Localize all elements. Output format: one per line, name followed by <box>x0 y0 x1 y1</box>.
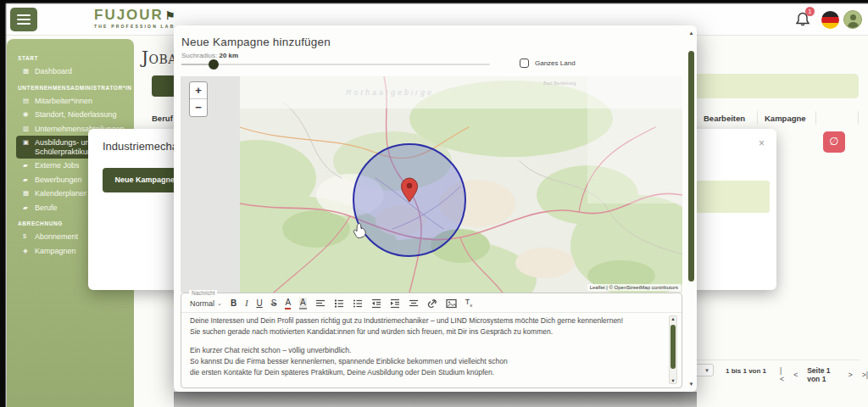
map-attribution: Leaflet | © OpenStreetMap contributors <box>587 284 681 291</box>
highlight-color-button[interactable]: A <box>299 298 307 309</box>
message-line: Sie suchen gerade nach motivierten Kandi… <box>190 327 663 338</box>
applications-icon: ▰ <box>23 176 31 184</box>
screen-edge <box>0 0 868 4</box>
radius-value: 20 km <box>219 52 238 59</box>
message-line <box>190 338 663 346</box>
pagination-range: 1 bis 1 von 1 <box>726 367 766 375</box>
map-tiles: Rothaargebirge Bad Berleburg <box>181 76 682 293</box>
message-line <box>190 379 663 385</box>
pagination-page-label: Seite 1 von 1 <box>807 366 839 383</box>
hamburger-menu-button[interactable] <box>10 8 37 31</box>
sidebar-section-start: START <box>18 55 129 61</box>
image-button[interactable] <box>446 298 457 309</box>
language-flag-button[interactable] <box>821 11 839 29</box>
message-line: die ersten Kontakte für Dein späteres Pr… <box>190 368 663 379</box>
table-footer-divider <box>697 360 860 360</box>
message-text-area[interactable]: Deine Interessen und Dein Profil passen … <box>190 316 663 385</box>
align-left-button[interactable] <box>315 298 326 309</box>
modal-title: Neue Kampagne hinzufügen <box>181 36 331 48</box>
first-page-button[interactable]: |< <box>780 366 784 383</box>
scroll-down-icon[interactable]: ▼ <box>687 382 695 387</box>
whole-country-checkbox[interactable] <box>520 59 529 68</box>
align-left-icon <box>315 298 326 309</box>
text-color-button[interactable]: A <box>285 298 291 309</box>
dropdown-arrow-icon: ▼ <box>704 368 709 373</box>
modal-shadow <box>174 392 697 407</box>
scroll-down-icon[interactable]: ▼ <box>670 378 676 383</box>
ordered-list-button[interactable] <box>334 298 344 309</box>
link-icon <box>427 298 437 309</box>
avatar-person-icon <box>850 14 856 20</box>
strikethrough-button[interactable]: S <box>271 298 277 309</box>
column-header-bearbeiten: Bearbeiten <box>704 114 745 123</box>
radius-slider[interactable] <box>181 64 490 65</box>
close-icon[interactable]: × <box>759 137 765 149</box>
column-header-beruf: Beruf <box>152 114 173 123</box>
sidebar-item-dashboard[interactable]: ▦Dashboard <box>16 64 129 79</box>
zoom-out-button[interactable]: − <box>190 99 207 116</box>
notification-badge: 1 <box>805 7 815 16</box>
chevron-down-icon: ⌄ <box>217 298 222 309</box>
location-icon: ◉ <box>23 110 31 119</box>
whole-country-label: Ganzes Land <box>535 59 576 67</box>
bullet-list-button[interactable] <box>353 298 363 309</box>
new-campaign-modal: Neue Kampagne hinzufügen Suchradius: 20 … <box>174 25 697 392</box>
link-button[interactable] <box>427 298 437 309</box>
screen-edge <box>0 0 7 407</box>
scroll-up-icon[interactable]: ▲ <box>670 316 676 321</box>
departments-icon: ▥ <box>23 125 31 133</box>
sidebar-item-standort[interactable]: ◉Standort, Niederlassung <box>16 108 129 122</box>
subscription-icon: $ <box>23 232 31 241</box>
modal-scrollbar[interactable]: ▲ ▼ <box>687 31 695 387</box>
indent-button[interactable] <box>390 298 400 309</box>
message-line: Ein kurzer Chat reicht schon – völlig un… <box>190 346 663 357</box>
message-fieldset: Nachricht Normal⌄ B I U S A A Tx De <box>181 293 682 388</box>
user-avatar-button[interactable] <box>843 10 862 29</box>
message-line: So kannst Du die Firma besser kennenlern… <box>190 357 663 368</box>
bold-button[interactable]: B <box>231 298 236 309</box>
clear-format-button[interactable]: Tx <box>465 297 473 310</box>
logo-text: FUJOUR <box>94 7 164 23</box>
map-canvas[interactable]: Rothaargebirge Bad Berleburg + − Leaflet… <box>181 76 682 293</box>
calendar-icon: ▦ <box>23 189 31 198</box>
last-page-button[interactable]: >| <box>862 371 868 379</box>
column-divider <box>757 111 758 125</box>
image-icon <box>446 298 457 309</box>
logo-tagline: THE PROFESSION LAB <box>94 24 177 29</box>
ordered-list-icon <box>334 298 344 309</box>
dashboard-icon: ▦ <box>23 67 31 75</box>
italic-button[interactable]: I <box>245 298 248 309</box>
employees-icon: ▤ <box>23 97 31 105</box>
notifications-bell-button[interactable]: 1 <box>793 10 812 29</box>
prev-page-button[interactable]: < <box>793 371 798 379</box>
editor-toolbar: Normal⌄ B I U S A A Tx <box>181 295 682 313</box>
outdent-icon <box>371 298 381 309</box>
scroll-up-icon[interactable]: ▲ <box>687 31 695 36</box>
external-jobs-icon: ▰ <box>23 161 31 170</box>
campaigns-icon: ◈ <box>23 247 31 255</box>
column-divider <box>815 111 816 125</box>
message-line: Deine Interessen und Dein Profil passen … <box>190 316 663 327</box>
editor-scrollbar[interactable]: ▲ ▼ <box>669 315 677 384</box>
logo: FUJOUR⚑ THE PROFESSION LAB <box>94 8 177 29</box>
blocked-icon: ∅ <box>829 135 838 148</box>
align-center-button[interactable] <box>409 298 419 309</box>
next-page-button[interactable]: > <box>849 371 853 379</box>
pagination-nav: |< < Seite 1 von 1 > >| <box>780 366 868 383</box>
modal-scrollbar-thumb[interactable] <box>688 51 694 282</box>
underline-button[interactable]: U <box>256 298 262 309</box>
align-center-icon <box>409 298 419 309</box>
indent-icon <box>390 298 400 309</box>
zoom-in-button[interactable]: + <box>190 82 207 99</box>
editor-scrollbar-thumb[interactable] <box>670 325 676 369</box>
logo-flag-icon: ⚑ <box>165 9 177 22</box>
slider-thumb[interactable] <box>209 59 219 70</box>
map-zoom-control: + − <box>189 81 208 117</box>
radius-label: Suchradius: 20 km <box>181 52 238 59</box>
outdent-button[interactable] <box>371 298 381 309</box>
format-select[interactable]: Normal⌄ <box>190 298 222 309</box>
column-header-kampagne: Kampagne <box>765 114 806 123</box>
jobs-icon: ▰ <box>23 204 31 212</box>
deactivate-campaign-button[interactable]: ∅ <box>823 131 845 153</box>
sidebar-item-mitarbeiter[interactable]: ▤Mitarbeiter*innen <box>16 94 129 109</box>
